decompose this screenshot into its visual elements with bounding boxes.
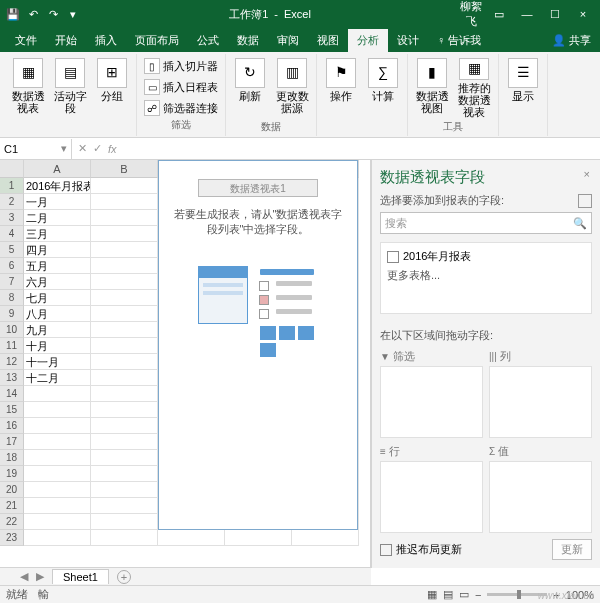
ribbon-opts-icon[interactable]: ▭ — [486, 8, 512, 21]
cell[interactable] — [91, 498, 158, 514]
row-header[interactable]: 21 — [0, 498, 24, 514]
cell[interactable] — [91, 178, 158, 194]
zoom-out-icon[interactable]: − — [475, 589, 481, 601]
cell[interactable]: 十一月 — [24, 354, 91, 370]
row-header[interactable]: 8 — [0, 290, 24, 306]
filter-conn-button[interactable]: ☍筛选器连接 — [141, 98, 221, 118]
more-tables-link[interactable]: 更多表格... — [387, 268, 585, 283]
cell[interactable]: 九月 — [24, 322, 91, 338]
row-header[interactable]: 5 — [0, 242, 24, 258]
maximize-icon[interactable]: ☐ — [542, 8, 568, 21]
cell[interactable] — [91, 402, 158, 418]
cell[interactable] — [91, 210, 158, 226]
field-item[interactable]: 2016年月报表 — [387, 249, 585, 264]
cell[interactable] — [24, 386, 91, 402]
row-header[interactable]: 18 — [0, 450, 24, 466]
pivottable-button[interactable]: ▦数据透视表 — [8, 56, 48, 118]
cell[interactable] — [158, 530, 225, 546]
cell[interactable]: 七月 — [24, 290, 91, 306]
tab-formula[interactable]: 公式 — [188, 29, 228, 52]
checkbox-icon[interactable] — [387, 251, 399, 263]
cell[interactable]: 五月 — [24, 258, 91, 274]
cell[interactable]: 二月 — [24, 210, 91, 226]
cell[interactable] — [24, 450, 91, 466]
row-header[interactable]: 7 — [0, 274, 24, 290]
worksheet-grid[interactable]: A B C D E 12016年月报表2一月3二月4三月5四月6五月7六月8七月… — [0, 160, 371, 568]
row-header[interactable]: 1 — [0, 178, 24, 194]
cell[interactable]: 十月 — [24, 338, 91, 354]
cell[interactable] — [91, 258, 158, 274]
col-header[interactable]: A — [24, 160, 91, 178]
cell[interactable]: 四月 — [24, 242, 91, 258]
insert-timeline-button[interactable]: ▭插入日程表 — [141, 77, 221, 97]
row-header[interactable]: 2 — [0, 194, 24, 210]
tab-home[interactable]: 开始 — [46, 29, 86, 52]
cell[interactable] — [24, 482, 91, 498]
select-all-button[interactable] — [0, 160, 24, 178]
insert-slicer-button[interactable]: ▯插入切片器 — [141, 56, 221, 76]
cell[interactable] — [24, 514, 91, 530]
pane-close-icon[interactable]: × — [584, 168, 590, 180]
change-source-button[interactable]: ▥更改数据源 — [272, 56, 312, 118]
search-input[interactable]: 搜索🔍 — [380, 212, 592, 234]
row-header[interactable]: 17 — [0, 434, 24, 450]
defer-checkbox[interactable] — [380, 544, 392, 556]
tab-tellme[interactable]: ♀ 告诉我 — [428, 29, 490, 52]
row-header[interactable]: 3 — [0, 210, 24, 226]
refresh-button[interactable]: ↻刷新 — [230, 56, 270, 118]
show-button[interactable]: ☰显示 — [503, 56, 543, 118]
field-list[interactable]: 2016年月报表 更多表格... — [380, 242, 592, 314]
cell[interactable] — [91, 386, 158, 402]
area-cols-drop[interactable] — [489, 366, 592, 438]
sheet-tab[interactable]: Sheet1 — [52, 569, 109, 584]
cell[interactable]: 十二月 — [24, 370, 91, 386]
cell[interactable] — [91, 274, 158, 290]
tab-view[interactable]: 视图 — [308, 29, 348, 52]
row-header[interactable]: 9 — [0, 306, 24, 322]
row-header[interactable]: 12 — [0, 354, 24, 370]
user-name[interactable]: 柳絮飞 — [458, 0, 484, 29]
view-break-icon[interactable]: ▭ — [459, 588, 469, 601]
cell[interactable] — [292, 530, 359, 546]
tab-insert[interactable]: 插入 — [86, 29, 126, 52]
redo-icon[interactable]: ↷ — [44, 5, 62, 23]
tab-review[interactable]: 审阅 — [268, 29, 308, 52]
undo-icon[interactable]: ↶ — [24, 5, 42, 23]
sheet-nav-prev-icon[interactable]: ◀ — [20, 570, 28, 583]
sheet-nav-next-icon[interactable]: ▶ — [36, 570, 44, 583]
tab-analyze[interactable]: 分析 — [348, 29, 388, 52]
save-icon[interactable]: 💾 — [4, 5, 22, 23]
view-layout-icon[interactable]: ▤ — [443, 588, 453, 601]
close-icon[interactable]: × — [570, 8, 596, 20]
area-vals-drop[interactable] — [489, 461, 592, 533]
cell[interactable]: 三月 — [24, 226, 91, 242]
cell[interactable] — [91, 418, 158, 434]
cell[interactable] — [24, 418, 91, 434]
row-header[interactable]: 15 — [0, 402, 24, 418]
pivot-placeholder[interactable]: 数据透视表1 若要生成报表，请从"数据透视表字段列表"中选择字段。 — [158, 160, 358, 530]
cell[interactable] — [91, 322, 158, 338]
cell[interactable] — [91, 530, 158, 546]
update-button[interactable]: 更新 — [552, 539, 592, 560]
row-header[interactable]: 16 — [0, 418, 24, 434]
cell[interactable] — [91, 306, 158, 322]
cell[interactable]: 2016年月报表 — [24, 178, 91, 194]
qat-customize-icon[interactable]: ▾ — [64, 5, 82, 23]
row-header[interactable]: 10 — [0, 322, 24, 338]
gear-icon[interactable] — [578, 194, 592, 208]
fx-icon[interactable]: fx — [108, 143, 117, 155]
row-header[interactable]: 20 — [0, 482, 24, 498]
cell[interactable] — [91, 194, 158, 210]
view-normal-icon[interactable]: ▦ — [427, 588, 437, 601]
tab-layout[interactable]: 页面布局 — [126, 29, 188, 52]
cell[interactable] — [24, 402, 91, 418]
tab-share[interactable]: 👤 共享 — [543, 29, 600, 52]
row-header[interactable]: 6 — [0, 258, 24, 274]
row-header[interactable]: 13 — [0, 370, 24, 386]
tab-data[interactable]: 数据 — [228, 29, 268, 52]
area-filter-drop[interactable] — [380, 366, 483, 438]
tab-design[interactable]: 设计 — [388, 29, 428, 52]
status-ime[interactable]: 輸 — [38, 587, 49, 602]
cell[interactable] — [225, 530, 292, 546]
row-header[interactable]: 14 — [0, 386, 24, 402]
